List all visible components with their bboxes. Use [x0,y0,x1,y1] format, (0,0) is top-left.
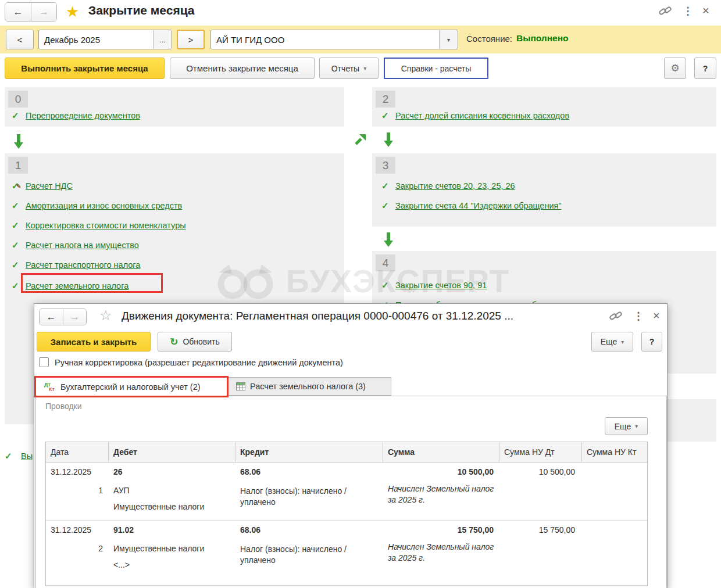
favorite-star-icon[interactable]: ★ [66,4,79,19]
link-close-accounts-20-26[interactable]: Закрытие счетов 20, 23, 25, 26 [395,181,515,191]
section-3-number: 3 [376,157,395,174]
link-partial[interactable]: Вы [21,451,33,461]
more-label: Еще [615,422,631,431]
credit-analytics: Налог (взносы): начислено / уплачено [240,544,379,566]
col-amount[interactable]: Сумма [383,442,499,462]
references-calculations-button[interactable]: Справки - расчеты [384,58,488,79]
posting-note: Начислен Земельный налог за 2025 г. [388,542,495,564]
back-arrow-icon: ← [47,311,56,323]
more-label: Еще [601,337,618,346]
debit-account: 26 [113,467,231,476]
postings-table: Дата Дебет Кредит Сумма Сумма НУ Дт Сумм… [45,442,648,586]
tab-land-tax-calculation[interactable]: Расчет земельного налога (3) [227,377,391,396]
organization-dropdown-button[interactable]: ▾ [439,30,458,49]
next-month-button[interactable]: > [177,30,205,49]
check-icon: ✓ [10,220,26,231]
credit-account: 68.06 [240,525,379,535]
period-toolbar: < Декабрь 2025 ... > АЙ ТИ ГИД ООО ▾ Сос… [0,26,721,53]
table-row[interactable]: 31.12.2025 1 26 АУП Имущественные налоги… [46,462,647,521]
refresh-icon: ↻ [170,336,178,348]
cancel-closing-button[interactable]: Отменить закрытие месяца [170,58,315,79]
reports-button[interactable]: Отчеты▾ [319,58,379,79]
chevron-down-icon: ▾ [363,65,366,71]
owl-logo-icon [213,263,278,299]
page-title: Закрытие месяца [88,3,195,17]
posting-amount: 10 500,00 [388,467,495,476]
forward-arrow-icon: → [70,311,80,323]
link-item-cost-adjustment[interactable]: Корректировка стоимости номенклатуры [26,221,186,230]
manual-correction-checkbox[interactable] [39,357,49,367]
more-button[interactable]: Еще▾ [591,332,633,352]
link-transport-tax[interactable]: Расчет транспортного налога [26,260,140,270]
refresh-button[interactable]: ↻ Обновить [158,332,232,352]
more-menu-icon[interactable]: ⋮ [633,310,644,322]
col-credit[interactable]: Кредит [235,442,383,462]
help-button[interactable]: ? [694,58,716,79]
link-icon[interactable] [609,310,623,324]
tab-land-tax-label: Расчет земельного налога (3) [250,382,366,391]
perform-closing-button[interactable]: Выполнить закрытие месяца [5,58,165,79]
flow-arrow-down-icon [14,134,23,152]
app-window: ← → ★ Закрытие месяца ⋮ × < Декабрь 2025… [0,0,721,588]
debit-analytics: Имущественные налоги [113,544,231,553]
reports-label: Отчеты [331,64,359,73]
back-button[interactable]: ← [5,3,31,21]
link-vat-calculation[interactable]: Расчет НДС [26,181,73,191]
more-menu-icon[interactable]: ⋮ [683,5,693,17]
section-2: 2 ✓ Расчет долей списания косвенных расх… [372,87,716,127]
chevron-down-icon: ▾ [635,423,638,429]
favorite-star-outline-icon[interactable]: ☆ [99,309,112,322]
document-movements-dialog: ← → ☆ Движения документа: Регламентная о… [34,303,668,588]
section-2-number: 2 [376,91,395,107]
chevron-down-icon: ▾ [447,37,450,43]
prev-month-button[interactable]: < [6,30,34,49]
section-3: 3 ✓ Закрытие счетов 20, 23, 25, 26 ✓ Зак… [372,153,716,227]
check-icon: ✓ [10,240,26,250]
tab-accounting-tax[interactable]: Дт Кт Бухгалтерский и налоговый учет (2) [35,377,227,396]
link-depreciation[interactable]: Амортизация и износ основных средств [26,201,182,210]
period-picker-button[interactable]: ... [153,30,172,49]
settings-button[interactable]: ⚙ [664,58,686,79]
close-icon[interactable]: × [702,4,709,17]
check-icon: ✓ [380,181,395,191]
col-amount-nu-dt[interactable]: Сумма НУ Дт [499,442,582,462]
watermark: БУХЭКСПЕРТ [213,263,510,300]
dialog-help-button[interactable]: ? [641,332,662,352]
debit-account: 91.02 [113,525,231,535]
link-land-tax[interactable]: Расчет земельного налога [26,281,129,291]
partial-operation-row: ✓ Вы [5,451,33,461]
link-property-tax[interactable]: Расчет налога на имущество [26,241,139,250]
link-icon[interactable] [658,5,672,19]
tab-accounting-label: Бухгалтерский и налоговый учет (2) [60,382,201,392]
check-icon: ✓ [10,281,26,291]
postings-more-button[interactable]: Еще▾ [605,417,648,435]
check-pencil-icon: ✓✎ [10,181,26,191]
posting-amount: 15 750,00 [388,525,495,535]
period-field[interactable]: Декабрь 2025 ... [38,30,172,49]
organization-field[interactable]: АЙ ТИ ГИД ООО ▾ [210,30,458,49]
table-row[interactable]: 31.12.2025 2 91.02 Имущественные налоги … [46,521,647,586]
table-icon [236,382,245,390]
back-button[interactable]: ← [40,309,63,325]
forward-button[interactable]: → [31,3,56,21]
col-amount-nu-kt[interactable]: Сумма НУ Кт [582,442,648,462]
col-debit[interactable]: Дебет [109,442,235,462]
link-indirect-costs-share[interactable]: Расчет долей списания косвенных расходов [395,111,569,120]
credit-analytics: Налог (взносы): начислено / уплачено [240,486,379,508]
amount-nu-dt: 15 750,00 [504,525,577,535]
check-icon: ✓ [10,200,26,211]
link-close-account-44[interactable]: Закрытие счета 44 "Издержки обращения" [395,201,562,210]
close-icon[interactable]: × [653,309,660,322]
manual-correction-row: Ручная корректировка (разрешает редактир… [39,357,343,367]
save-and-close-button[interactable]: Записать и закрыть [37,332,151,352]
forward-button[interactable]: → [63,309,86,325]
check-icon: ✓ [10,260,26,270]
debit-analytics: АУП [113,486,231,495]
link-reposting-documents[interactable]: Перепроведение документов [26,111,140,120]
dialog-title: Движения документа: Регламентная операци… [122,310,604,322]
col-date[interactable]: Дата [46,442,109,462]
posting-date: 31.12.2025 [51,525,104,535]
status-value: Выполнено [516,33,569,44]
posting-date: 31.12.2025 [51,467,104,476]
chevron-down-icon: ▾ [621,339,624,345]
